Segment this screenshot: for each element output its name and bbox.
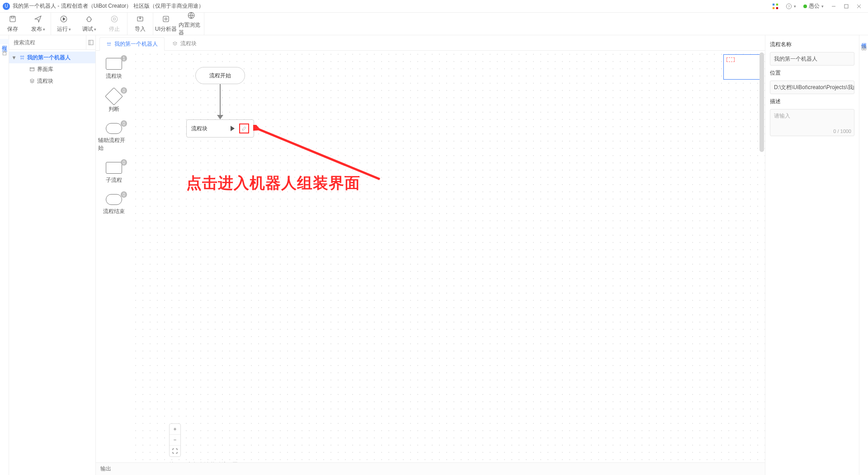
annotation-callout: 点击进入机器人组装界面: [186, 173, 360, 194]
center-area: 我的第一个机器人 流程块 1 流程块 0 判断 0 辅助流程开始: [96, 35, 765, 475]
svg-rect-18: [113, 18, 116, 20]
flow-tree: ▾ 我的第一个机器人 界面库 流程块: [9, 50, 95, 89]
start-node[interactable]: 流程开始: [195, 67, 245, 84]
canvas-wrap: 1 流程块 0 判断 0 辅助流程开始 0 子流程 0 流程结束: [96, 51, 765, 475]
save-button[interactable]: 保存: [0, 13, 25, 35]
zoom-out-button[interactable]: －: [170, 435, 180, 446]
maximize-button[interactable]: [840, 2, 853, 11]
svg-rect-28: [30, 67, 34, 71]
palette-subflow[interactable]: 0 子流程: [98, 162, 130, 184]
svg-rect-23: [3, 52, 6, 55]
title-bar: U 我的第一个机器人 - 流程创造者（UiBot Creator） 社区版（仅用…: [0, 0, 868, 13]
body: 流程 ▾ 我的第一个机器人 界面库 流程块: [0, 35, 868, 475]
tab-flow[interactable]: 流程块: [165, 37, 203, 50]
zoom-fit-button[interactable]: [170, 446, 180, 456]
robot-icon: [19, 54, 25, 61]
svg-rect-36: [864, 48, 866, 50]
right-rail-components-tab[interactable]: [861, 45, 867, 52]
collapse-panel-icon[interactable]: [86, 35, 95, 49]
user-name: 愚公: [809, 2, 820, 10]
right-rail: 属性: [859, 35, 868, 475]
tab-robot[interactable]: 我的第一个机器人: [99, 37, 165, 51]
prop-desc-textarea[interactable]: 请输入 0 / 1000: [770, 109, 854, 136]
left-rail: 流程: [0, 35, 9, 475]
output-label: 输出: [100, 465, 111, 473]
publish-button[interactable]: 发布▾: [25, 13, 51, 35]
flow-block-node-label: 流程块: [191, 125, 208, 133]
prop-desc-label: 描述: [770, 98, 854, 105]
tree-ui-library-label: 界面库: [37, 66, 53, 73]
stop-button: 停止: [102, 13, 127, 35]
debug-button[interactable]: 调试▾: [76, 13, 102, 35]
palette-flow-block[interactable]: 1 流程块: [98, 58, 130, 80]
search-input[interactable]: [9, 35, 86, 49]
editor-tabs: 我的第一个机器人 流程块: [96, 35, 765, 51]
svg-rect-7: [844, 5, 848, 8]
palette-flow-end[interactable]: 0 流程结束: [98, 194, 130, 215]
layers-icon: [29, 78, 35, 84]
apps-grid-icon[interactable]: [772, 3, 778, 10]
prop-name-label: 流程名称: [770, 41, 854, 48]
connector-line: [220, 84, 221, 116]
connector-arrow-icon: [217, 115, 223, 119]
flow-block-node[interactable]: 流程块: [186, 119, 254, 138]
left-panel: ▾ 我的第一个机器人 界面库 流程块: [9, 35, 96, 475]
import-button[interactable]: 导入: [127, 13, 153, 35]
enterprise-icon[interactable]: [2, 51, 7, 57]
status-dot-icon: [803, 5, 807, 8]
svg-rect-35: [862, 48, 863, 50]
run-button[interactable]: 运行▾: [51, 13, 76, 35]
minimize-button[interactable]: [827, 2, 840, 11]
ui-lib-icon: [29, 66, 35, 72]
zoom-in-button[interactable]: ＋: [170, 424, 180, 435]
svg-rect-11: [11, 16, 14, 18]
properties-panel: 流程名称 我的第一个机器人 位置 D:\文档\UiBot\creator\Pro…: [765, 35, 859, 475]
flow-canvas[interactable]: 流程开始 流程块 点击进入机器人组装界面: [132, 51, 765, 475]
user-menu[interactable]: 愚公 ▾: [803, 2, 824, 10]
vertical-scrollbar[interactable]: [760, 52, 764, 473]
ui-analyzer-button[interactable]: UI分析器: [153, 13, 179, 35]
node-palette: 1 流程块 0 判断 0 辅助流程开始 0 子流程 0 流程结束: [96, 51, 132, 475]
output-panel-header[interactable]: 输出: [96, 462, 765, 475]
tree-flow-block-label: 流程块: [37, 77, 53, 85]
tree-flow-block[interactable]: 流程块: [9, 75, 95, 87]
app-logo-icon: U: [3, 3, 10, 10]
prop-location-label: 位置: [770, 69, 854, 77]
svg-point-21: [165, 18, 167, 20]
main-toolbar: 保存 发布▾ 运行▾ 调试▾ 停止 导入 UI分析器: [0, 13, 868, 35]
tab-flow-label: 流程块: [180, 40, 197, 48]
tree-root[interactable]: ▾ 我的第一个机器人: [9, 52, 95, 63]
svg-point-13: [87, 17, 91, 22]
svg-text:?: ?: [788, 4, 790, 8]
svg-rect-33: [862, 46, 863, 48]
edit-node-button[interactable]: [239, 124, 249, 133]
svg-point-26: [20, 56, 22, 57]
prop-location-input[interactable]: D:\文档\UiBot\creator\Projects\我的: [770, 81, 854, 94]
minimap[interactable]: [723, 54, 761, 80]
desc-counter: 0 / 1000: [833, 128, 851, 134]
left-rail-flow-tab[interactable]: 流程: [0, 39, 9, 44]
svg-rect-2: [773, 7, 774, 9]
tree-ui-library[interactable]: 界面库: [9, 63, 95, 75]
tab-robot-label: 我的第一个机器人: [114, 40, 158, 48]
zoom-controls: ＋ －: [169, 423, 181, 457]
prop-name-input[interactable]: 我的第一个机器人: [770, 52, 854, 66]
svg-rect-1: [776, 3, 778, 5]
palette-aux-start[interactable]: 0 辅助流程开始: [98, 123, 130, 152]
svg-rect-0: [773, 3, 774, 5]
svg-rect-20: [163, 16, 169, 22]
close-button[interactable]: [853, 2, 865, 11]
svg-rect-24: [89, 40, 93, 45]
tree-root-label: 我的第一个机器人: [27, 54, 71, 62]
svg-rect-3: [776, 7, 778, 9]
palette-decision[interactable]: 0 判断: [98, 90, 130, 113]
help-icon[interactable]: ? ▾: [786, 3, 796, 10]
svg-line-32: [257, 128, 380, 179]
svg-point-17: [111, 16, 118, 22]
play-icon[interactable]: [231, 126, 235, 131]
svg-point-31: [109, 43, 111, 44]
svg-rect-10: [10, 16, 15, 22]
builtin-browser-button[interactable]: 内置浏览器: [179, 13, 204, 35]
window-title: 我的第一个机器人 - 流程创造者（UiBot Creator） 社区版（仅用于非…: [13, 2, 204, 10]
svg-rect-34: [864, 46, 866, 48]
